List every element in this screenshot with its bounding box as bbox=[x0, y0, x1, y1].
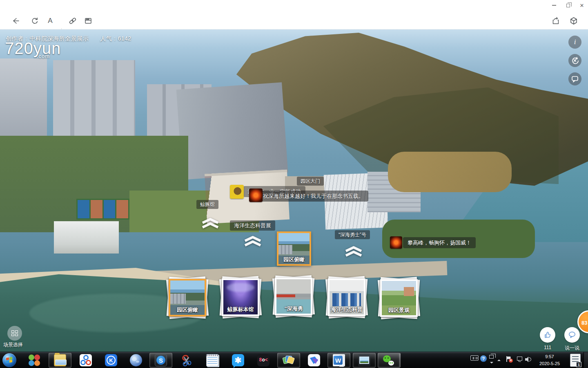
chevron-up-hotspot-icon[interactable] bbox=[344, 246, 363, 257]
scene-thumbnail-label: “深海勇 bbox=[275, 305, 312, 312]
commenter-avatar bbox=[230, 185, 244, 199]
logo-suffix: .com bbox=[37, 54, 50, 59]
logo-text: 720yun bbox=[5, 39, 61, 57]
browser-toolbar: A bbox=[0, 11, 588, 29]
taskbar-app-k[interactable]: K bbox=[100, 353, 122, 368]
comment-bubble-right: 攀高峰，畅胸怀，扬国威！ bbox=[403, 237, 476, 248]
xunlei-bird-icon bbox=[308, 354, 320, 366]
doc-badge-count: 1 bbox=[576, 362, 581, 367]
scene-thumb-overview[interactable]: 园区俯瞰 bbox=[169, 279, 206, 316]
network-icon[interactable] bbox=[516, 357, 522, 362]
like-count: 111 bbox=[540, 345, 555, 350]
popularity-label: 人气：6142 bbox=[100, 35, 131, 42]
dropdown-arrow-icon[interactable] bbox=[490, 362, 493, 365]
folder-icon bbox=[54, 354, 66, 366]
minimize-button[interactable] bbox=[547, 0, 561, 11]
notes-doc-icon[interactable]: 1 bbox=[570, 354, 581, 367]
thumbs-up-icon bbox=[543, 330, 552, 339]
link-icon[interactable] bbox=[67, 16, 78, 26]
tray-clock[interactable]: 9:57 2020-5-25 bbox=[536, 353, 564, 367]
action-center-flag-icon[interactable]: ✕ bbox=[506, 356, 511, 362]
hotspot-gate[interactable]: 园区大门 bbox=[297, 177, 324, 186]
globe-icon bbox=[130, 354, 142, 366]
grid-icon bbox=[11, 330, 18, 336]
scene-thumbnail-label: 园区景观 bbox=[380, 307, 418, 314]
windows-logo-icon bbox=[6, 357, 12, 363]
warehouse-building bbox=[54, 221, 118, 254]
taskbar-app-snipping-tool[interactable] bbox=[175, 353, 198, 368]
comments-button[interactable] bbox=[568, 72, 581, 85]
hotspot-whale-hall[interactable]: 鲸豚馆 bbox=[196, 200, 218, 209]
driver-utility-icon bbox=[28, 354, 40, 366]
taskbar-app-driver-utility[interactable] bbox=[23, 353, 46, 368]
taskbar-app-code[interactable]: 8o< bbox=[252, 353, 275, 368]
screen: ✕ A bbox=[0, 0, 588, 368]
scene-thumb-whale-museum[interactable]: 鲸豚标本馆 bbox=[222, 278, 259, 316]
input-help-icon[interactable]: ? bbox=[480, 355, 487, 362]
scene-select-label: 场景选择 bbox=[3, 341, 23, 348]
apps-cube-icon[interactable] bbox=[568, 16, 579, 26]
asterisk-bubble-icon: ✱ bbox=[232, 354, 244, 366]
taskbar-app-wechat[interactable] bbox=[378, 353, 401, 368]
save-page-icon[interactable] bbox=[83, 16, 94, 26]
word-icon: W bbox=[333, 354, 345, 366]
taskbar-app-xunlei[interactable] bbox=[303, 353, 325, 368]
volume-icon[interactable] bbox=[525, 357, 532, 362]
scene-select-button[interactable] bbox=[7, 326, 22, 341]
taskbar-app-word[interactable]: W bbox=[327, 353, 350, 368]
scissors-icon bbox=[180, 354, 193, 366]
taskbar: K S ✱ 8o< W ? ✕ 9:57 2020-5-25 1 bbox=[0, 352, 588, 368]
show-hidden-icons[interactable] bbox=[497, 358, 501, 361]
show-desktop-button[interactable] bbox=[584, 352, 588, 368]
scene-thumbnail-label: 园区俯瞰 bbox=[278, 256, 310, 263]
taskbar-app-netdisk[interactable] bbox=[74, 353, 97, 368]
chevron-up-hotspot-icon[interactable] bbox=[201, 218, 220, 229]
k-app-icon: K bbox=[105, 354, 117, 366]
scene-thumbnail-label: 鲸豚标本馆 bbox=[222, 306, 259, 313]
tennis-courts bbox=[76, 199, 129, 220]
window-titlebar: ✕ bbox=[0, 0, 588, 11]
chevron-up-hotspot-icon[interactable] bbox=[243, 236, 262, 247]
hotspot-submersible[interactable]: “深海勇士”号 bbox=[335, 230, 370, 239]
refresh-icon[interactable] bbox=[29, 16, 40, 26]
taskbar-app-file-explorer[interactable] bbox=[49, 353, 71, 368]
like-button[interactable] bbox=[540, 327, 555, 343]
rings-app-icon bbox=[80, 354, 92, 366]
font-size-icon[interactable]: A bbox=[45, 16, 56, 26]
clock-time: 9:57 bbox=[536, 353, 564, 360]
window-stack-icon[interactable] bbox=[489, 355, 494, 359]
center-scene-thumbnail[interactable]: 园区俯瞰 bbox=[277, 231, 311, 266]
scene-thumb-eco-expo[interactable]: 海洋生态科普 bbox=[328, 278, 365, 316]
sogou-s-icon: S bbox=[155, 354, 167, 366]
gyroscope-button[interactable] bbox=[568, 54, 581, 67]
start-button[interactable] bbox=[2, 353, 16, 367]
taskbar-app-sogou-browser[interactable]: S bbox=[149, 353, 172, 368]
photo-viewer-icon bbox=[358, 354, 370, 366]
taskbar-app-photo-viewer[interactable] bbox=[353, 353, 376, 368]
taskbar-app-notepad[interactable] bbox=[201, 353, 224, 368]
scene-thumb-submersible[interactable]: “深海勇 bbox=[275, 278, 312, 315]
badge-count: 83 bbox=[581, 320, 587, 326]
commenter-avatar bbox=[390, 236, 402, 249]
speech-bubble-icon bbox=[568, 330, 577, 339]
scene-thumb-landscape[interactable]: 园区景观 bbox=[380, 279, 418, 317]
back-icon[interactable] bbox=[11, 16, 21, 26]
notepad-icon bbox=[206, 354, 218, 366]
info-button[interactable]: i bbox=[568, 36, 581, 49]
clock-date: 2020-5-25 bbox=[536, 360, 564, 367]
restore-button[interactable] bbox=[561, 0, 575, 11]
talk-label: 说一说 bbox=[563, 345, 581, 352]
dirt-field bbox=[388, 152, 511, 192]
wechat-icon bbox=[383, 354, 395, 366]
photo-stack-icon bbox=[283, 354, 295, 366]
taskbar-app-chat[interactable]: ✱ bbox=[227, 353, 249, 368]
scene-thumbnail-label: 海洋生态科普 bbox=[328, 306, 365, 313]
input-keyboard-icon[interactable] bbox=[470, 355, 479, 361]
close-button[interactable]: ✕ bbox=[575, 0, 588, 11]
talk-button[interactable] bbox=[564, 327, 580, 343]
taskbar-app-photos[interactable] bbox=[277, 353, 300, 368]
share-icon[interactable] bbox=[550, 16, 561, 26]
hotspot-eco-exhibit[interactable]: 海洋生态科普展 bbox=[230, 220, 275, 231]
city-buildings bbox=[176, 82, 288, 180]
taskbar-app-browser-globe[interactable] bbox=[125, 353, 147, 368]
